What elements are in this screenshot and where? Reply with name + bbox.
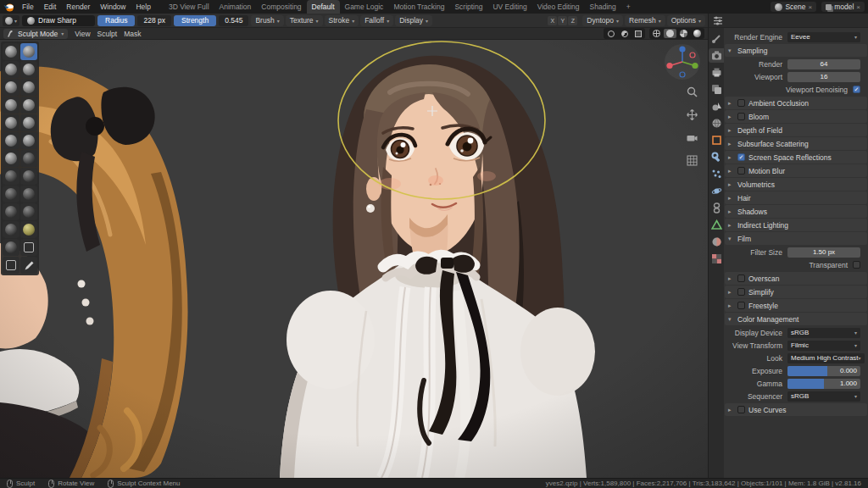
view-transform-dropdown[interactable]: Filmic▾ [787,341,860,351]
section-shadows[interactable]: ▸Shadows [725,205,867,218]
section-motion-blur[interactable]: ▸Motion Blur [725,164,867,177]
checkbox-freestyle[interactable] [737,302,745,309]
properties-tab-texture[interactable] [709,252,724,266]
section-hair[interactable]: ▸Hair [725,191,867,204]
gamma-slider[interactable]: 1.000 [787,379,860,389]
properties-tab-particles[interactable] [709,167,724,181]
show-overlays-icon[interactable] [618,29,631,38]
pan-icon[interactable] [687,108,698,124]
viewport-menu-mask[interactable]: Mask [124,30,141,38]
active-brush-selector[interactable]: Draw Sharp [22,15,95,26]
popover-texture[interactable]: Texture▾ [286,15,323,26]
popover-remesh[interactable]: Remesh▾ [625,15,665,26]
popover-display[interactable]: Display▾ [395,15,432,26]
properties-tab-physics[interactable] [709,184,724,198]
properties-tab-scene[interactable] [709,99,724,114]
brush-annotate[interactable] [20,257,37,274]
menu-file[interactable]: File [17,0,39,14]
sequencer-dropdown[interactable]: sRGB▾ [787,391,860,402]
zoom-icon[interactable] [687,86,698,101]
brush-flatten[interactable] [20,114,37,131]
checkbox-use-curves[interactable] [737,406,745,413]
shading-rendered-icon[interactable] [691,29,704,38]
scene-unlink-icon[interactable]: × [809,3,813,11]
section-film[interactable]: ▾Film [725,232,867,245]
brush-box-mask[interactable] [20,239,37,256]
brush-draw-sharp[interactable] [20,43,37,60]
view-layer-remove-icon[interactable]: × [856,3,860,11]
viewport-field[interactable]: 16 [787,72,860,82]
section-use-curves[interactable]: ▸Use Curves [725,403,867,416]
add-workspace-button[interactable]: + [621,0,636,14]
section-screen-space-reflections[interactable]: ▸✓Screen Space Reflections [725,151,867,164]
brush-blob[interactable] [3,97,19,114]
menu-render[interactable]: Render [61,0,95,14]
section-volumetrics[interactable]: ▸Volumetrics [725,178,867,191]
mirror-y-toggle[interactable]: Y [558,16,567,25]
render-field[interactable]: 64 [787,59,860,69]
popover-falloff[interactable]: Falloff▾ [360,15,393,26]
brush-elastic-deform[interactable] [3,168,19,185]
viewport-menu-sculpt[interactable]: Sculpt [97,30,118,38]
display-device-dropdown[interactable]: sRGB▾ [787,328,860,338]
popover-dyntopo[interactable]: Dyntopo▾ [582,15,623,26]
properties-tab-view-layer[interactable] [709,82,724,97]
checkbox-screen-space-reflections[interactable]: ✓ [737,153,745,161]
section-bloom[interactable]: ▸Bloom [725,110,867,123]
brush-scrape[interactable] [20,132,37,149]
show-gizmo-icon[interactable] [604,29,617,38]
strength-value-field[interactable]: 0.545 [219,15,248,26]
render-engine-dropdown[interactable]: Eevee▾ [787,32,860,42]
brush-crease[interactable] [20,97,37,114]
look-dropdown[interactable]: Medium High Contrast▾ [787,353,865,363]
properties-tab-world[interactable] [709,116,724,130]
radius-value-field[interactable]: 228 px [137,15,171,26]
section-freestyle[interactable]: ▸Freestyle [725,299,867,312]
section-color-management[interactable]: ▾Color Management [725,313,867,325]
properties-tab-data[interactable] [709,218,724,232]
workspace-tab-motion-tracking[interactable]: Motion Tracking [388,0,449,14]
view-layer-selector[interactable]: model × [821,2,865,12]
checkbox-ambient-occlusion[interactable] [737,99,745,107]
brush-clay-strips[interactable] [20,61,37,78]
properties-tab-constraints[interactable] [709,201,724,215]
brush-grab[interactable] [20,150,37,167]
properties-tab-render[interactable] [709,48,724,63]
properties-tab-output[interactable] [709,65,724,80]
shading-wireframe-icon[interactable] [650,29,663,38]
workspace-tab-video-editing[interactable]: Video Editing [532,0,585,14]
checkbox-bloom[interactable] [737,113,745,120]
section-overscan[interactable]: ▸Overscan [725,272,867,285]
properties-tab-object[interactable] [709,133,724,147]
properties-tab-modifiers[interactable] [709,150,724,164]
brush-clay[interactable] [3,61,19,78]
brush-simplify[interactable] [20,221,37,238]
workspace-tab-scripting[interactable]: Scripting [449,0,487,14]
shading-material-icon[interactable] [677,29,690,38]
section-depth-of-field[interactable]: ▸Depth of Field [725,124,867,136]
brush-pose[interactable] [20,186,37,202]
workspace-tab-default[interactable]: Default [307,0,340,14]
menu-edit[interactable]: Edit [39,0,62,14]
popover-stroke[interactable]: Stroke▾ [325,15,359,26]
viewport-3d[interactable] [0,40,708,478]
brush-thumb[interactable] [3,186,19,202]
menu-help[interactable]: Help [131,0,155,14]
brush-nudge[interactable] [3,203,19,220]
ortho-grid-icon[interactable] [687,154,698,169]
checkbox-motion-blur[interactable] [737,167,745,175]
workspace-tab-game-logic[interactable]: Game Logic [340,0,389,14]
section-simplify[interactable]: ▸Simplify [725,286,867,298]
brush-snake-hook[interactable] [20,168,37,185]
brush-fill[interactable] [3,132,19,149]
properties-tab-tool[interactable] [709,31,724,46]
strength-slider[interactable]: Strength [174,15,216,26]
mode-selector[interactable]: Sculpt Mode ▾ [3,29,68,39]
brush-layer[interactable] [3,79,19,96]
popover-brush[interactable]: Brush▾ [251,15,283,26]
brush-pinch[interactable] [3,150,19,167]
properties-tab-material[interactable] [709,235,724,249]
exposure-slider[interactable]: 0.000 [787,366,860,376]
brush-draw[interactable] [3,43,19,60]
checkbox-transparent[interactable] [853,261,860,269]
